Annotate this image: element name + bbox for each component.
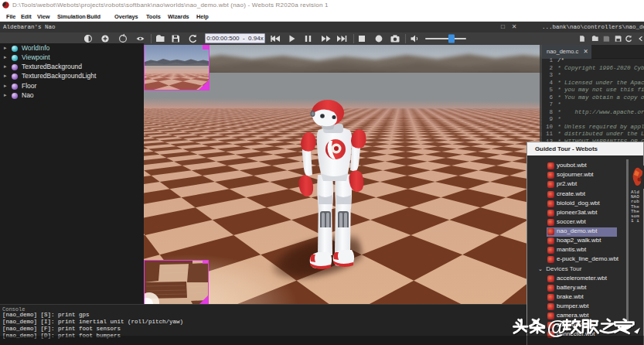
svg-text:@: @ (547, 316, 567, 339)
